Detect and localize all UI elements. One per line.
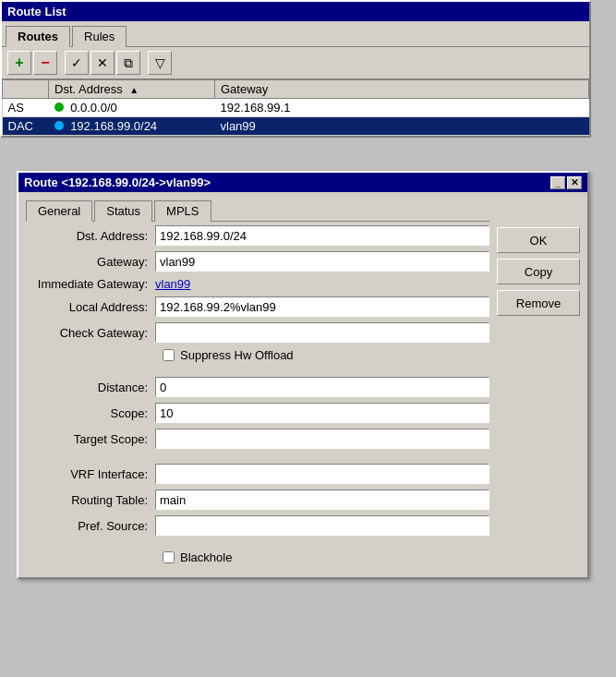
route-list-title-bar: Route List (2, 2, 589, 21)
distance-input[interactable] (155, 377, 489, 397)
dst-address-row: Dst. Address: (26, 225, 489, 246)
local-address-input[interactable] (155, 296, 489, 317)
close-button[interactable]: ✕ (567, 176, 582, 189)
immediate-gateway-row: Immediate Gateway: vlan99 (26, 277, 489, 291)
row-dst: 192.168.99.0/24 (49, 117, 215, 136)
route-table: Dst. Address ▲ Gateway AS 0.0.0.0/0 192.… (2, 79, 589, 136)
filter-button[interactable]: ▽ (148, 51, 172, 75)
col-gateway[interactable]: Gateway (215, 80, 589, 99)
tab-routes[interactable]: Routes (6, 26, 70, 47)
spacer-3 (26, 541, 489, 550)
local-address-label: Local Address: (26, 300, 155, 314)
tab-general[interactable]: General (26, 200, 92, 222)
dialog-controls: _ ✕ (550, 176, 582, 189)
pref-source-label: Pref. Source: (26, 519, 155, 533)
gateway-row: Gateway: (26, 251, 489, 272)
table-row[interactable]: DAC 192.168.99.0/24 vlan99 (3, 117, 589, 136)
copy-toolbar-button[interactable]: ⧉ (116, 51, 140, 75)
vrf-interface-label: VRF Interface: (26, 467, 155, 481)
check-gateway-row: Check Gateway: (26, 322, 489, 343)
route-list-title: Route List (7, 5, 66, 18)
pref-source-row: Pref. Source: (26, 515, 489, 536)
scope-input[interactable] (155, 403, 489, 423)
vrf-interface-row: VRF Interface: (26, 464, 489, 484)
gateway-label: Gateway: (26, 255, 155, 269)
suppress-hw-offload-checkbox[interactable] (163, 349, 175, 361)
vrf-interface-input[interactable] (155, 464, 489, 484)
target-scope-input[interactable] (155, 429, 489, 449)
route-list-tab-bar: Routes Rules (2, 21, 589, 47)
route-list-window: Route List Routes Rules + − ✓ ✕ ⧉ ▽ Dst.… (0, 0, 591, 138)
routing-table-row: Routing Table: (26, 490, 489, 510)
routing-table-label: Routing Table: (26, 493, 155, 507)
tab-status[interactable]: Status (94, 200, 152, 222)
gateway-input[interactable] (155, 251, 489, 272)
minimize-button[interactable]: _ (550, 176, 565, 189)
row-dst: 0.0.0.0/0 (49, 99, 215, 117)
check-gateway-input[interactable] (155, 322, 489, 343)
row-flag-icon (54, 103, 64, 112)
distance-row: Distance: (26, 377, 489, 397)
dialog-content: General Status MPLS Dst. Address: Gatewa… (18, 192, 587, 577)
col-dst[interactable]: Dst. Address ▲ (49, 80, 215, 99)
target-scope-label: Target Scope: (26, 432, 155, 446)
route-detail-dialog: Route <192.168.99.0/24->vlan99> _ ✕ Gene… (17, 171, 589, 579)
spacer-1 (26, 368, 489, 377)
scope-label: Scope: (26, 406, 155, 420)
check-gateway-label: Check Gateway: (26, 326, 155, 340)
row-gateway: vlan99 (215, 117, 589, 136)
row-flags: AS (3, 99, 49, 117)
routing-table-input[interactable] (155, 490, 489, 510)
tab-rules[interactable]: Rules (72, 26, 127, 47)
dialog-tab-bar: General Status MPLS (26, 199, 489, 222)
col-flags (3, 80, 49, 99)
sort-icon: ▲ (129, 85, 139, 95)
blackhole-row: Blackhole (163, 550, 489, 564)
immediate-gateway-link[interactable]: vlan99 (155, 277, 190, 291)
copy-button[interactable]: Copy (497, 259, 580, 284)
dialog-buttons: OK Copy Remove (497, 199, 580, 570)
distance-label: Distance: (26, 381, 155, 394)
scope-row: Scope: (26, 403, 489, 423)
blackhole-checkbox[interactable] (163, 551, 175, 563)
add-button[interactable]: + (7, 51, 31, 75)
table-row[interactable]: AS 0.0.0.0/0 192.168.99.1 (3, 99, 589, 117)
suppress-hw-offload-row: Suppress Hw Offload (163, 348, 489, 362)
remove-button[interactable]: − (33, 51, 57, 75)
pref-source-input[interactable] (155, 515, 489, 536)
dialog-title-bar: Route <192.168.99.0/24->vlan99> _ ✕ (18, 173, 587, 192)
dst-address-input[interactable] (155, 225, 489, 246)
dialog-title: Route <192.168.99.0/24->vlan99> (24, 175, 211, 189)
blackhole-label: Blackhole (180, 550, 232, 564)
check-button[interactable]: ✓ (65, 51, 89, 75)
ok-button[interactable]: OK (497, 227, 580, 253)
local-address-row: Local Address: (26, 296, 489, 317)
cross-button[interactable]: ✕ (91, 51, 115, 75)
remove-button[interactable]: Remove (497, 290, 580, 316)
row-flags: DAC (3, 117, 49, 136)
row-gateway: 192.168.99.1 (215, 99, 589, 117)
dialog-main: General Status MPLS Dst. Address: Gatewa… (26, 199, 489, 570)
spacer-2 (26, 454, 489, 464)
suppress-hw-offload-label: Suppress Hw Offload (180, 348, 294, 362)
immediate-gateway-label: Immediate Gateway: (26, 277, 155, 291)
tab-mpls[interactable]: MPLS (154, 200, 211, 222)
target-scope-row: Target Scope: (26, 429, 489, 449)
dst-address-label: Dst. Address: (26, 229, 155, 243)
row-flag-icon (54, 121, 64, 130)
toolbar: + − ✓ ✕ ⧉ ▽ (2, 47, 589, 79)
